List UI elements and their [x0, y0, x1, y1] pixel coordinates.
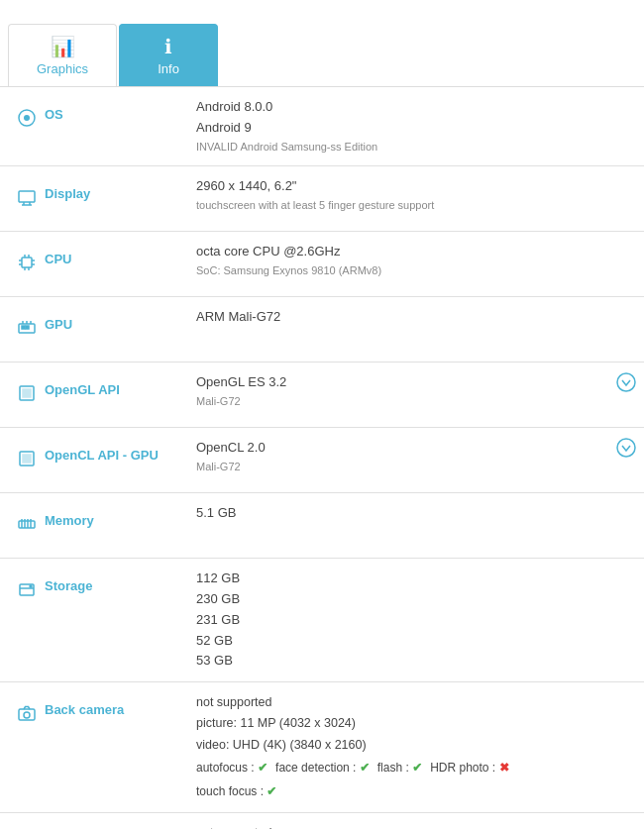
opengl-label: OpenGL API [45, 382, 120, 397]
back_camera-icon [16, 703, 38, 727]
cpu-lines: octa core CPU @2.6GHzSoC: Samsung Exynos… [196, 242, 636, 279]
opengl-icon [16, 383, 38, 407]
value-cell-cpu: octa core CPU @2.6GHzSoC: Samsung Exynos… [188, 232, 644, 297]
page-title [0, 0, 644, 24]
table-row-storage: Storage112 GB230 GB231 GB52 GB53 GB [0, 559, 644, 682]
value-cell-os: Android 8.0.0Android 9INVALID Android Sa… [188, 87, 644, 166]
gpu-lines: ARM Mali-G72 [196, 307, 636, 328]
storage-icon [16, 579, 38, 603]
storage-lines: 112 GB230 GB231 GB52 GB53 GB [196, 569, 636, 672]
opencl-icon [16, 449, 38, 472]
tabs-container: 📊 Graphics ℹ Info [0, 24, 644, 87]
gpu-line-0: ARM Mali-G72 [196, 307, 636, 328]
value-cell-opengl: OpenGL ES 3.2Mali-G72 [188, 363, 644, 428]
table-row-opengl: OpenGL APIOpenGL ES 3.2Mali-G72 [0, 363, 644, 428]
back_camera-feat-1: face detection : ✔ [275, 758, 370, 777]
label-cell-cpu: CPU [0, 232, 188, 297]
label-cell-os: OS [0, 87, 188, 166]
table-row-os: OSAndroid 8.0.0Android 9INVALID Android … [0, 87, 644, 166]
cpu-line-1: SoC: Samsung Exynos 9810 (ARMv8) [196, 262, 636, 280]
opencl-line-1: Mali-G72 [196, 459, 266, 476]
storage-label: Storage [45, 578, 92, 593]
back_camera-feat-icon-0: ✔ [258, 761, 268, 775]
storage-line-0: 112 GB [196, 569, 636, 589]
back_camera-value-line-2: video: UHD (4K) (3840 x 2160) [196, 735, 636, 756]
back_camera-feat-2: flash : ✔ [377, 758, 422, 777]
info-table: OSAndroid 8.0.0Android 9INVALID Android … [0, 87, 644, 829]
label-cell-front_camera: Front camera [0, 812, 188, 829]
display-label: Display [45, 186, 90, 201]
value-cell-display: 2960 x 1440, 6.2"touchscreen with at lea… [188, 166, 644, 232]
label-cell-storage: Storage [0, 559, 188, 682]
table-row-gpu: GPUARM Mali-G72 [0, 297, 644, 363]
info-tab-label: Info [158, 61, 179, 76]
svg-rect-25 [23, 455, 31, 463]
svg-point-1 [24, 115, 30, 121]
back_camera-feat-0: autofocus : ✔ [196, 758, 268, 777]
tab-info[interactable]: ℹ Info [119, 24, 218, 86]
os-icon [16, 108, 38, 132]
opencl-value-wrapper: OpenCL 2.0Mali-G72 [196, 438, 636, 475]
svg-rect-6 [22, 258, 32, 267]
table-row-cpu: CPUocta core CPU @2.6GHzSoC: Samsung Exy… [0, 232, 644, 297]
back_camera-feat-icon-2: ✔ [412, 761, 422, 775]
value-cell-storage: 112 GB230 GB231 GB52 GB53 GB [188, 559, 644, 682]
back_camera-value-line-1: picture: 11 MP (4032 x 3024) [196, 713, 636, 734]
opengl-lines: OpenGL ES 3.2Mali-G72 [196, 372, 286, 410]
value-cell-front_camera: not supportedpicture: 7 MP (3264 x 2448)… [188, 812, 644, 829]
value-cell-memory: 5.1 GB [188, 493, 644, 559]
display-lines: 2960 x 1440, 6.2"touchscreen with at lea… [196, 176, 636, 214]
opencl-lines: OpenCL 2.0Mali-G72 [196, 438, 266, 475]
tab-graphics[interactable]: 📊 Graphics [8, 24, 117, 86]
table-row-back_camera: Back cameranot supportedpicture: 11 MP (… [0, 682, 644, 813]
graphics-tab-label: Graphics [37, 61, 88, 76]
memory-line-0: 5.1 GB [196, 503, 636, 524]
storage-line-4: 53 GB [196, 651, 636, 672]
label-cell-gpu: GPU [0, 297, 188, 363]
cpu-label: CPU [45, 252, 71, 266]
value-cell-opencl: OpenCL 2.0Mali-G72 [188, 428, 644, 493]
table-row-front_camera: Front cameranot supportedpicture: 7 MP (… [0, 812, 644, 829]
os-line-1: Android 9 [196, 118, 636, 139]
label-cell-memory: Memory [0, 493, 188, 559]
opengl-line-0: OpenGL ES 3.2 [196, 372, 286, 393]
opengl-dropdown-arrow[interactable] [616, 372, 636, 401]
back_camera-features: autofocus : ✔ face detection : ✔ flash :… [196, 758, 636, 777]
front_camera-value-line-0: not supported [196, 823, 636, 829]
label-cell-opengl: OpenGL API [0, 363, 188, 428]
value-cell-back_camera: not supportedpicture: 11 MP (4032 x 3024… [188, 682, 644, 813]
svg-rect-2 [19, 191, 35, 202]
graphics-tab-icon: 📊 [51, 35, 75, 58]
display-icon [16, 187, 38, 211]
back_camera-feat-icon-1: ✔ [360, 761, 370, 775]
storage-line-2: 231 GB [196, 610, 636, 631]
label-cell-opencl: OpenCL API - GPU [0, 428, 188, 493]
svg-rect-22 [23, 389, 31, 397]
gpu-label: GPU [45, 317, 72, 332]
back_camera-extra-feat-icon-0: ✔ [267, 784, 276, 798]
memory-label: Memory [45, 513, 94, 528]
storage-line-3: 52 GB [196, 631, 636, 652]
opencl-line-0: OpenCL 2.0 [196, 438, 266, 459]
opencl-dropdown-arrow[interactable] [616, 438, 636, 466]
os-label: OS [45, 107, 63, 122]
back_camera-extra-feat-0: touch focus : ✔ [196, 781, 276, 801]
table-row-opencl: OpenCL API - GPUOpenCL 2.0Mali-G72 [0, 428, 644, 493]
back_camera-feat-icon-3: ✖ [499, 761, 509, 775]
gpu-icon [16, 318, 38, 342]
cpu-line-0: octa core CPU @2.6GHz [196, 242, 636, 262]
table-row-memory: Memory5.1 GB [0, 493, 644, 559]
info-tab-icon: ℹ [164, 35, 172, 58]
back_camera-feat-3: HDR photo : ✖ [430, 758, 508, 777]
os-line-2: INVALID Android Samsung-ss Edition [196, 139, 636, 156]
os-lines: Android 8.0.0Android 9INVALID Android Sa… [196, 97, 636, 155]
display-line-1: touchscreen with at least 5 finger gestu… [196, 197, 636, 215]
cpu-icon [16, 253, 38, 276]
opencl-label: OpenCL API - GPU [45, 448, 159, 463]
back_camera-extra-features: touch focus : ✔ [196, 781, 636, 801]
back_camera-value-line-0: not supported [196, 692, 636, 713]
svg-point-38 [30, 585, 32, 587]
opengl-line-1: Mali-G72 [196, 393, 286, 411]
svg-point-26 [617, 439, 635, 457]
back_camera-label: Back camera [45, 702, 124, 717]
